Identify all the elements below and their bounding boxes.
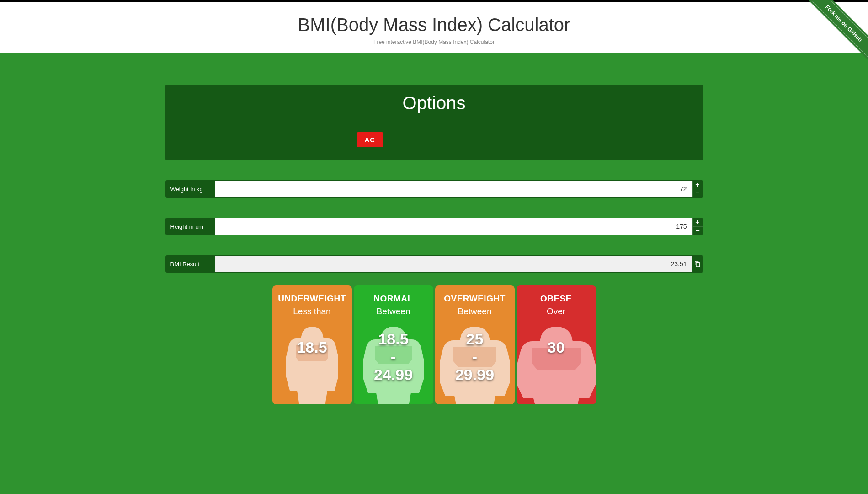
result-output [215, 256, 692, 272]
result-row: BMI Result [165, 255, 703, 273]
category-overweight: OVERWEIGHT Between 25 - 29.99 [435, 285, 515, 404]
weight-label: Weight in kg [166, 181, 215, 197]
height-input[interactable] [215, 218, 692, 235]
category-sub: Over [520, 306, 592, 317]
height-stepper: + − [692, 218, 703, 235]
category-range: 30 [520, 338, 592, 356]
height-minus-button[interactable]: − [693, 227, 703, 235]
weight-minus-button[interactable]: − [693, 189, 703, 198]
options-title: Options [165, 93, 703, 122]
category-sub: Between [357, 306, 430, 317]
weight-row: Weight in kg + − [165, 180, 703, 198]
category-range: 18.5 - 24.99 [357, 330, 430, 384]
options-panel: Options AC [165, 85, 703, 160]
category-range: 18.5 [276, 338, 348, 356]
category-sub: Between [439, 306, 511, 317]
height-row: Height in cm + − [165, 218, 703, 235]
category-sub: Less than [276, 306, 348, 317]
copy-result-button[interactable] [692, 256, 703, 272]
weight-input[interactable] [215, 181, 692, 197]
result-label: BMI Result [166, 256, 215, 272]
github-ribbon-link[interactable]: Fork me on GitHub [805, 0, 868, 62]
category-title: OVERWEIGHT [439, 294, 511, 304]
ac-button[interactable]: AC [357, 132, 384, 147]
bmi-categories: UNDERWEIGHT Less than 18.5 NORMAL Betwee… [165, 285, 703, 404]
category-underweight: UNDERWEIGHT Less than 18.5 [272, 285, 352, 404]
copy-icon [694, 261, 701, 267]
category-normal: NORMAL Between 18.5 - 24.99 [354, 285, 433, 404]
category-title: NORMAL [357, 294, 430, 304]
main-area: Options AC Weight in kg + − Height in cm… [0, 53, 868, 494]
weight-plus-button[interactable]: + [693, 181, 703, 189]
category-title: UNDERWEIGHT [276, 294, 348, 304]
weight-stepper: + − [692, 181, 703, 197]
category-title: OBESE [520, 294, 592, 304]
category-range: 25 - 29.99 [439, 330, 511, 384]
height-plus-button[interactable]: + [693, 218, 703, 227]
github-ribbon: Fork me on GitHub [799, 0, 868, 69]
height-label: Height in cm [166, 218, 215, 235]
page-subtitle: Free interactive BMI(Body Mass Index) Ca… [0, 39, 868, 45]
page-header: BMI(Body Mass Index) Calculator Free int… [0, 2, 868, 53]
page-title: BMI(Body Mass Index) Calculator [0, 15, 868, 35]
category-obese: OBESE Over 30 [517, 285, 596, 404]
